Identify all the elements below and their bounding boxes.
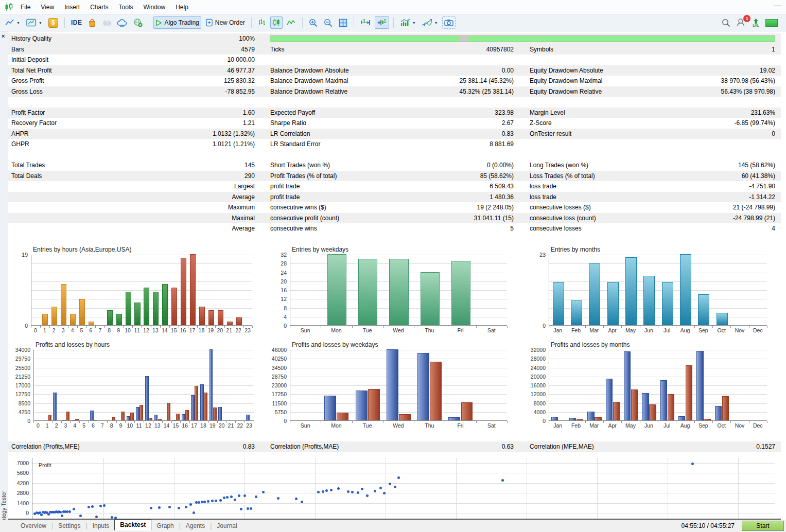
x-axis-label: 18	[197, 327, 206, 333]
stat-value: Maximal	[232, 213, 255, 224]
stat-label: profit trade	[270, 192, 490, 203]
y-axis-label: 20	[268, 278, 287, 285]
market-watch-button[interactable]: $	[46, 16, 60, 29]
chart-entries-by-weekdays: Entries by weekdays048121620242832SunMon…	[268, 246, 524, 340]
menu-file[interactable]: File	[15, 0, 36, 14]
chart-bar	[62, 420, 66, 420]
y-axis-label: 0	[8, 510, 29, 516]
stat-value: 0 (0.00%)	[487, 160, 514, 171]
stat-label: Balance Drawdown Absolute	[270, 65, 502, 76]
tab-backtest[interactable]: Backtest	[114, 520, 151, 530]
bars-icon	[258, 19, 266, 27]
start-button[interactable]: Start	[742, 521, 784, 531]
chart-bar	[185, 410, 189, 420]
chart-profile-dropdown-button[interactable]: ▼	[24, 16, 44, 29]
scatter-point	[379, 487, 382, 489]
corr-profits-mae-label: Correlation (Profits,MAE)	[270, 441, 502, 452]
y-axis-label: 28750	[268, 374, 287, 380]
axis-tick	[321, 421, 321, 423]
grid-line	[34, 350, 254, 350]
chart-bar	[121, 412, 125, 420]
grid-line	[549, 263, 767, 264]
indicators-dropdown-button[interactable]: ▼	[398, 16, 418, 29]
tab-agents[interactable]: Agents	[181, 522, 210, 529]
axis-tick	[40, 326, 41, 328]
screenshot-button[interactable]	[442, 16, 456, 29]
grid-line	[32, 513, 775, 513]
menu-tools[interactable]: Tools	[114, 0, 138, 14]
chart-bar	[61, 284, 66, 325]
candlestick-mode-button[interactable]	[270, 16, 283, 29]
axis-tick	[123, 326, 124, 328]
axis-tick	[70, 421, 71, 423]
menu-window[interactable]: Window	[138, 0, 171, 14]
vps-cloud-button[interactable]	[115, 16, 129, 29]
menu-view[interactable]: View	[36, 0, 59, 14]
market-store-button[interactable]	[86, 16, 98, 29]
axis-tick	[640, 326, 640, 328]
grid-line	[738, 458, 739, 519]
auto-scroll-button[interactable]	[375, 16, 389, 29]
objects-dropdown-button[interactable]: ▼	[420, 16, 440, 29]
close-panel-button[interactable]: ×	[2, 33, 5, 39]
axis-tick	[162, 421, 163, 423]
y-axis-label: 19	[8, 252, 28, 258]
tile-windows-button[interactable]	[337, 16, 350, 29]
toolbar-separator	[149, 17, 149, 28]
chart-line-dropdown-button[interactable]: ▼	[3, 16, 22, 29]
axis-tick	[749, 326, 749, 328]
menu-charts[interactable]: Charts	[85, 0, 113, 14]
algo-trading-button[interactable]: Algo Trading	[153, 16, 201, 29]
grid-line	[549, 403, 767, 404]
zoom-out-button[interactable]	[322, 16, 335, 29]
tab-graph[interactable]: Graph	[151, 522, 179, 529]
tab-inputs[interactable]: Inputs	[88, 522, 115, 529]
bar-chart-mode-button[interactable]	[256, 16, 268, 29]
menu-help[interactable]: Help	[170, 0, 194, 14]
tab-journal[interactable]: Journal	[212, 522, 242, 529]
chart-plot	[549, 350, 767, 421]
scatter-point	[322, 490, 324, 493]
stat-value: 10 000.00	[228, 55, 255, 65]
x-axis-label: 18	[199, 422, 208, 429]
line-chart-mode-button[interactable]	[285, 16, 298, 29]
signals-button[interactable]: ((o))	[100, 16, 113, 29]
grid-line	[549, 255, 767, 255]
scatter-point	[397, 476, 400, 479]
notifications-button[interactable]: 1	[737, 18, 746, 27]
chart-bar	[649, 404, 656, 420]
y-axis-label: 23	[527, 252, 546, 258]
axis-tick	[476, 326, 477, 328]
chart-bar	[70, 314, 76, 325]
axis-tick	[199, 421, 199, 423]
window-minimize-button[interactable]: —	[774, 1, 781, 9]
stat-label: Long Trades (won %)	[530, 160, 738, 171]
menu-insert[interactable]: Insert	[59, 0, 85, 14]
chart-plot	[33, 350, 254, 421]
stat-value: 40957802	[486, 44, 514, 55]
scatter-point	[95, 516, 98, 518]
chart-bar	[218, 310, 223, 325]
search-icon[interactable]	[722, 19, 730, 27]
grid-line	[31, 273, 252, 273]
tab-settings[interactable]: Settings	[53, 522, 85, 529]
grid-line	[549, 350, 767, 350]
axis-tick	[107, 421, 108, 423]
community-button[interactable]	[131, 16, 145, 29]
stat-label: consecutive loss (count)	[530, 213, 733, 224]
grid-line	[32, 503, 775, 504]
new-order-button[interactable]: New Order	[203, 16, 247, 29]
stat-value: 5	[510, 223, 514, 234]
ide-button[interactable]: IDE	[69, 16, 84, 29]
zoom-in-button[interactable]	[307, 16, 320, 29]
chart-bar	[660, 380, 667, 420]
y-axis-label: 29750	[8, 356, 30, 362]
x-axis-label: 6	[89, 422, 98, 429]
scatter-point	[61, 515, 63, 517]
chart-bar	[387, 349, 398, 420]
tab-overview[interactable]: Overview	[15, 522, 51, 529]
shift-end-button[interactable]	[358, 16, 373, 29]
chart-title: Entries by months	[551, 246, 600, 253]
chart-bar	[191, 395, 195, 420]
stat-label	[270, 55, 514, 65]
